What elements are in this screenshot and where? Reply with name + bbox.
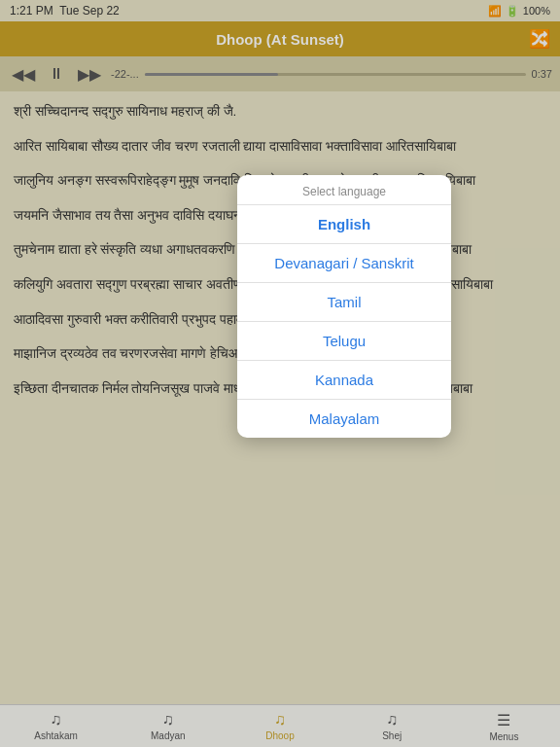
lang-option-telugu[interactable]: Telugu xyxy=(237,322,451,361)
lang-option-devanagari--sanskrit[interactable]: Devanagari / Sanskrit xyxy=(237,244,451,283)
popup-title: Select language xyxy=(237,175,451,205)
lang-option-kannada[interactable]: Kannada xyxy=(237,361,451,400)
lang-option-english[interactable]: English xyxy=(237,205,451,244)
lang-option-malayalam[interactable]: Malayalam xyxy=(237,400,451,438)
lang-option-tamil[interactable]: Tamil xyxy=(237,283,451,322)
language-popup: Select language EnglishDevanagari / Sans… xyxy=(237,175,451,438)
